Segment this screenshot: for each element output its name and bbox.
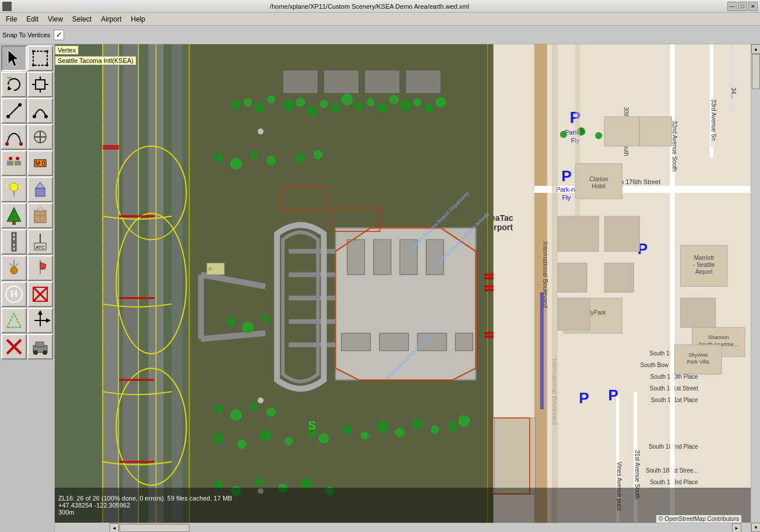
tool-select-box[interactable] xyxy=(27,45,53,71)
tool-arrow[interactable] xyxy=(27,308,53,333)
minimize-button[interactable]: — xyxy=(727,2,737,11)
tool-draw-extra[interactable] xyxy=(27,124,53,150)
svg-point-2 xyxy=(32,50,34,52)
vscroll-track[interactable] xyxy=(751,54,760,523)
svg-rect-216 xyxy=(540,293,544,410)
vscroll-up-button[interactable]: ▲ xyxy=(751,44,760,54)
tool-delete[interactable] xyxy=(1,334,27,360)
svg-point-181 xyxy=(313,150,322,160)
tool-light[interactable] xyxy=(1,177,27,202)
hscroll-track[interactable] xyxy=(119,523,732,532)
tool-sign[interactable]: M 0 xyxy=(27,150,53,176)
tool-select-arrow[interactable] xyxy=(1,45,27,71)
airport-map-svg: South 176th Street South 180th Stre... S… xyxy=(55,44,751,523)
svg-text:- Seattle: - Seattle xyxy=(693,262,715,268)
taxiway-icon xyxy=(3,153,24,174)
tool-taxiway[interactable] xyxy=(1,150,27,176)
vertical-scrollbar[interactable]: ▲ ▼ xyxy=(751,44,760,532)
svg-rect-87 xyxy=(670,44,675,523)
svg-point-164 xyxy=(307,105,317,116)
svg-point-185 xyxy=(266,407,276,417)
map-canvas[interactable]: South 176th Street South 180th Stre... S… xyxy=(55,44,751,523)
svg-point-5 xyxy=(46,64,48,66)
svg-text:33rd Avenue So...: 33rd Avenue So... xyxy=(710,99,717,145)
svg-text:P: P xyxy=(608,386,618,404)
tool-bezier[interactable] xyxy=(1,124,27,150)
menu-edit[interactable]: Edit xyxy=(22,14,43,24)
menu-view[interactable]: View xyxy=(43,14,68,24)
svg-point-172 xyxy=(400,99,411,111)
vscroll-thumb[interactable] xyxy=(752,54,760,89)
tool-tree[interactable] xyxy=(1,203,27,228)
tool-object[interactable] xyxy=(27,177,53,202)
svg-rect-129 xyxy=(172,44,182,523)
hscroll-left-button[interactable]: ◄ xyxy=(110,523,119,532)
svg-rect-243 xyxy=(406,70,441,93)
arrow-icon xyxy=(3,48,24,69)
svg-point-183 xyxy=(230,409,242,421)
svg-text:Marriott: Marriott xyxy=(694,255,714,261)
main-area: M 0 xyxy=(0,44,760,532)
svg-text:ATC: ATC xyxy=(36,245,45,250)
tool-helipad[interactable]: H xyxy=(1,281,27,307)
vscroll-down-button[interactable]: ▼ xyxy=(751,523,760,532)
svg-rect-127 xyxy=(122,44,138,523)
svg-line-45 xyxy=(40,207,46,211)
svg-point-73 xyxy=(43,350,47,355)
svg-point-158 xyxy=(231,100,241,110)
svg-rect-241 xyxy=(324,70,359,93)
menu-airport[interactable]: Airport xyxy=(96,14,126,24)
tool-ground-vehicle[interactable] xyxy=(27,334,53,360)
menu-select[interactable]: Select xyxy=(68,14,96,24)
bezier-icon xyxy=(3,126,24,147)
snap-checkbox[interactable] xyxy=(54,30,64,40)
tool-runway[interactable] xyxy=(1,229,27,255)
helipad-icon: H xyxy=(3,284,24,305)
tool-exclude[interactable] xyxy=(27,281,53,307)
tool-scale[interactable] xyxy=(27,72,53,97)
tool-draw-curve[interactable] xyxy=(27,98,53,124)
svg-point-174 xyxy=(424,103,434,112)
svg-point-199 xyxy=(458,415,470,427)
box-select-icon xyxy=(30,48,51,69)
status-line2: +47.438254 -122.305962 xyxy=(58,502,747,509)
svg-rect-214 xyxy=(604,117,639,146)
toolbar: Snap To Vertices xyxy=(0,26,760,44)
tool-beacon[interactable] xyxy=(1,255,27,281)
horizontal-scrollbar[interactable]: ◄ ► xyxy=(110,523,741,532)
tool-boundary[interactable] xyxy=(1,308,27,333)
tool-facade[interactable] xyxy=(27,203,53,228)
svg-point-162 xyxy=(283,99,294,111)
hscroll-thumb[interactable] xyxy=(119,524,189,532)
svg-point-198 xyxy=(448,422,457,431)
svg-marker-67 xyxy=(38,310,43,315)
svg-text:H: H xyxy=(10,289,17,299)
tool-windsock[interactable] xyxy=(27,255,53,281)
menu-file[interactable]: File xyxy=(1,14,22,24)
svg-point-192 xyxy=(343,425,352,434)
svg-point-171 xyxy=(389,94,399,104)
boundary-icon xyxy=(3,310,24,331)
hscroll-right-button[interactable]: ► xyxy=(732,523,741,532)
svg-point-200 xyxy=(226,317,235,326)
atc-icon: ATC xyxy=(30,231,51,252)
svg-rect-95 xyxy=(730,44,734,111)
tool-atc[interactable]: ATC xyxy=(27,229,53,255)
menu-help[interactable]: Help xyxy=(126,14,150,24)
window-controls: — □ ✕ xyxy=(727,2,758,11)
menubar: File Edit View Select Airport Help xyxy=(0,13,760,26)
tool-rotate[interactable] xyxy=(1,72,27,97)
svg-point-28 xyxy=(9,157,12,160)
svg-point-165 xyxy=(320,100,328,108)
maximize-button[interactable]: □ xyxy=(738,2,747,11)
svg-line-34 xyxy=(6,185,8,187)
svg-marker-6 xyxy=(8,86,12,90)
svg-point-169 xyxy=(367,98,375,106)
svg-rect-219 xyxy=(558,216,599,251)
close-button[interactable]: ✕ xyxy=(748,2,758,11)
tool-draw-line[interactable] xyxy=(1,98,27,124)
snap-label: Snap To Vertices xyxy=(2,31,50,38)
left-toolbar: M 0 xyxy=(0,44,55,532)
titlebar: /home/xplane/XP11/Custom Scenery/KSEA De… xyxy=(0,0,760,13)
svg-point-16 xyxy=(18,103,22,107)
